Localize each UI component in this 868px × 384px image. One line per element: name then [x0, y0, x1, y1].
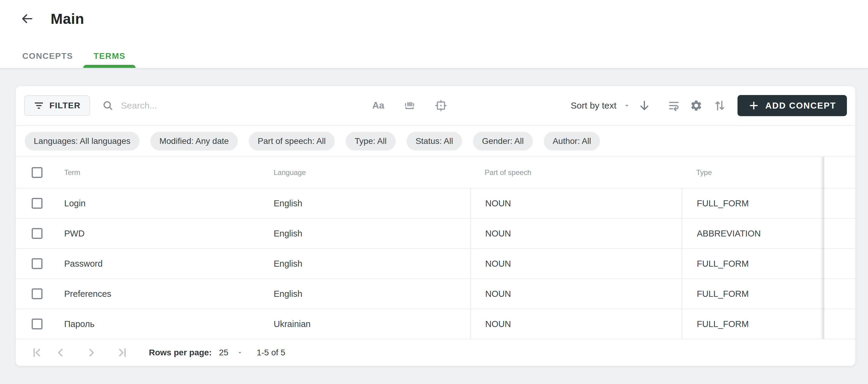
cell-part-of-speech: NOUN	[470, 309, 682, 339]
barcode-search-button[interactable]	[402, 98, 417, 113]
sort-by-label: Sort by text	[571, 100, 617, 111]
filter-list-icon	[34, 100, 44, 111]
search-input[interactable]	[121, 100, 290, 111]
filter-chip[interactable]: Author: All	[544, 132, 600, 150]
sort-direction-button[interactable]	[638, 99, 651, 113]
tab-bar: CONCEPTS TERMS	[12, 45, 135, 68]
first-page-button[interactable]	[30, 345, 44, 360]
import-export-button[interactable]	[713, 99, 727, 113]
table-row[interactable]: PWDEnglishNOUNABBREVIATION	[16, 218, 855, 248]
cell-type: FULL_FORM	[682, 188, 824, 218]
title-row: Main	[0, 0, 868, 27]
term-text: Пароль	[64, 319, 95, 329]
search-icon	[102, 100, 114, 111]
filter-chip[interactable]: Modified: Any date	[150, 132, 238, 150]
cell-actions	[824, 249, 855, 278]
column-header-term: Term	[64, 168, 80, 177]
arrow-down-icon	[638, 99, 651, 112]
wrap-text-icon	[668, 99, 680, 112]
cell-type: FULL_FORM	[682, 309, 824, 339]
next-page-button[interactable]	[84, 345, 99, 360]
cell-term: Preferences	[16, 279, 259, 308]
plus-icon	[748, 100, 759, 111]
column-header-type: Type	[682, 157, 824, 188]
cell-type: FULL_FORM	[682, 249, 824, 278]
cell-term: Login	[16, 188, 259, 218]
search-options: Aa	[371, 98, 448, 113]
settings-button[interactable]	[689, 99, 703, 113]
gear-icon	[690, 99, 703, 112]
match-case-button[interactable]: Aa	[371, 98, 385, 113]
active-tab-indicator	[83, 65, 135, 68]
page-header: Main CONCEPTS TERMS	[0, 0, 868, 68]
filter-chip[interactable]: Part of speech: All	[249, 132, 335, 150]
table-row[interactable]: LoginEnglishNOUNFULL_FORM	[16, 188, 855, 218]
row-checkbox[interactable]	[32, 198, 42, 209]
wrap-text-button[interactable]	[667, 99, 681, 113]
term-text: PWD	[64, 229, 85, 239]
tab-terms[interactable]: TERMS	[83, 45, 135, 68]
cell-term: Пароль	[16, 309, 259, 339]
chevron-down-icon	[623, 102, 631, 110]
table-row[interactable]: ПарольUkrainianNOUNFULL_FORM	[16, 308, 855, 339]
last-page-button[interactable]	[115, 345, 130, 360]
chevron-left-icon	[54, 346, 67, 359]
row-checkbox[interactable]	[32, 288, 42, 299]
terms-card: FILTER Aa	[16, 86, 855, 366]
column-header-language: Language	[259, 157, 470, 188]
filter-chip[interactable]: Languages: All languages	[25, 132, 140, 150]
row-checkbox[interactable]	[32, 228, 42, 239]
tab-terms-label: TERMS	[93, 51, 125, 61]
cell-type: FULL_FORM	[682, 279, 824, 308]
cell-part-of-speech: NOUN	[470, 249, 682, 278]
cell-part-of-speech: NOUN	[470, 279, 682, 308]
last-page-icon	[116, 346, 129, 359]
filter-button[interactable]: FILTER	[24, 95, 90, 116]
select-all-checkbox[interactable]	[32, 167, 42, 178]
table-body: LoginEnglishNOUNFULL_FORMPWDEnglishNOUNA…	[16, 188, 855, 339]
rows-per-page-dropdown[interactable]: 25	[219, 348, 243, 357]
cell-part-of-speech: NOUN	[470, 219, 682, 248]
filter-button-label: FILTER	[50, 101, 81, 110]
cell-actions	[824, 188, 855, 218]
cell-part-of-speech: NOUN	[470, 188, 682, 218]
filter-chip[interactable]: Type: All	[346, 132, 396, 150]
toolbar: FILTER Aa	[16, 86, 855, 126]
cell-actions	[824, 309, 855, 339]
chevron-right-icon	[85, 346, 98, 359]
barcode-icon	[403, 99, 416, 112]
chevron-down-icon	[236, 349, 244, 356]
back-button[interactable]	[19, 10, 36, 27]
cell-language: English	[259, 219, 470, 248]
cell-type: ABBREVIATION	[682, 219, 824, 248]
sort-by-dropdown[interactable]: Sort by text	[571, 100, 631, 111]
cell-term: Password	[16, 249, 259, 278]
pagination-bar: Rows per page: 25 1-5 of 5	[16, 339, 855, 366]
page-title: Main	[51, 10, 84, 27]
previous-page-button[interactable]	[53, 345, 67, 360]
filter-chip[interactable]: Gender: All	[473, 132, 533, 150]
table-header-row: Term Language Part of speech Type	[16, 157, 855, 188]
table-row[interactable]: PreferencesEnglishNOUNFULL_FORM	[16, 278, 855, 308]
row-checkbox[interactable]	[32, 319, 42, 329]
toolbar-right-group: Sort by text	[571, 95, 847, 116]
rows-per-page-label: Rows per page:	[149, 348, 212, 357]
terms-table: Term Language Part of speech Type LoginE…	[16, 157, 855, 339]
row-checkbox[interactable]	[32, 258, 42, 269]
table-row[interactable]: PasswordEnglishNOUNFULL_FORM	[16, 248, 855, 278]
term-text: Password	[64, 259, 102, 269]
filter-chip[interactable]: Status: All	[407, 132, 462, 150]
cell-language: English	[259, 188, 470, 218]
table-header-term: Term	[16, 157, 259, 188]
filter-chips-row: Languages: All languagesModified: Any da…	[16, 126, 855, 157]
add-concept-button[interactable]: ADD CONCEPT	[738, 95, 847, 116]
column-header-part-of-speech: Part of speech	[470, 157, 682, 188]
first-page-icon	[30, 346, 43, 359]
add-concept-label: ADD CONCEPT	[765, 101, 836, 111]
viewfinder-icon	[435, 99, 447, 112]
tab-concepts-label: CONCEPTS	[22, 51, 73, 61]
cell-language: English	[259, 279, 470, 308]
tab-concepts[interactable]: CONCEPTS	[12, 45, 83, 68]
select-region-button[interactable]	[434, 98, 448, 113]
pagination-range: 1-5 of 5	[257, 348, 285, 357]
